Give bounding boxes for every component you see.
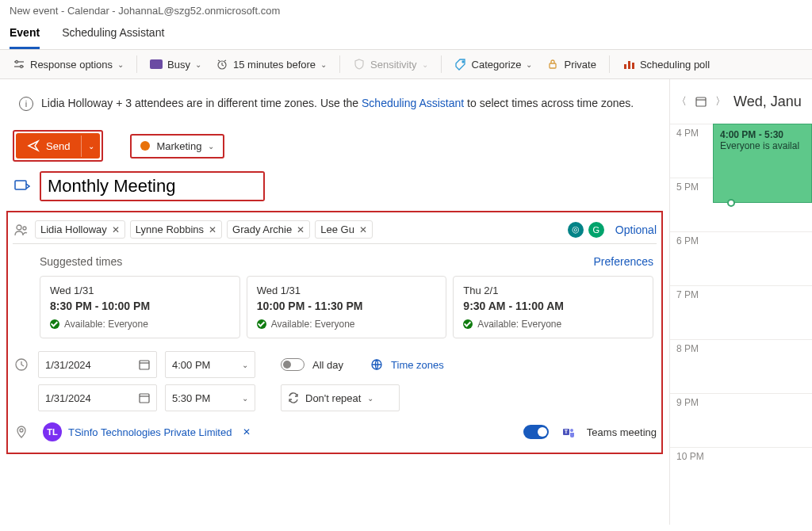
info-text: Lidia Holloway + 3 attendees are in diff… (41, 95, 634, 111)
scheduling-assistant-link[interactable]: Scheduling Assistant (362, 97, 464, 109)
categorize-button[interactable]: Categorize ⌄ (450, 55, 538, 74)
attendee-chip[interactable]: Lynne Robbins✕ (130, 220, 222, 239)
grammarly-g-icon[interactable]: G (588, 222, 604, 238)
show-as-label: Busy (167, 59, 190, 71)
card-date: Wed 1/31 (50, 285, 230, 296)
send-main[interactable]: Send (16, 133, 81, 159)
send-split-button[interactable]: ⌄ (81, 136, 100, 157)
spacer (13, 389, 30, 407)
card-time: 8:30 PM - 10:00 PM (50, 300, 230, 312)
attendee-chip[interactable]: Grady Archie✕ (227, 220, 310, 239)
card-date: Thu 2/1 (463, 285, 643, 296)
category-label: Marketing (156, 140, 201, 152)
calendar-category-picker[interactable]: Marketing ⌄ (132, 136, 222, 156)
send-button[interactable]: Send ⌄ (16, 133, 100, 159)
check-icon (463, 319, 473, 329)
chevron-down-icon: ⌄ (117, 60, 124, 69)
start-time-input[interactable]: 4:00 PM ⌄ (165, 351, 255, 378)
svg-rect-4 (150, 59, 163, 69)
recurrence-value: Don't repeat (305, 392, 361, 404)
grammarly-icon[interactable]: ◎ (568, 222, 584, 238)
event-title-input[interactable] (41, 173, 263, 200)
day-preview-panel: 〈 〉 Wed, Janu 4 PM 5 PM 6 PM 7 PM 8 PM 9… (669, 79, 812, 525)
prev-day-button[interactable]: 〈 (676, 94, 687, 109)
svg-rect-7 (550, 63, 556, 68)
reminder-button[interactable]: 15 minutes before ⌄ (211, 55, 331, 74)
teams-meeting-toggle[interactable] (523, 425, 549, 439)
tab-scheduling-assistant[interactable]: Scheduling Assistant (62, 21, 164, 49)
calendar-event-block[interactable]: 4:00 PM - 5:30 Everyone is availal (713, 124, 812, 203)
preferences-link[interactable]: Preferences (594, 255, 653, 268)
hour-grid[interactable]: 4 PM 5 PM 6 PM 7 PM 8 PM 9 PM 10 PM 4:00… (670, 124, 812, 501)
card-date: Wed 1/31 (257, 285, 437, 296)
scheduling-poll-label: Scheduling poll (640, 59, 710, 71)
remove-attendee-icon[interactable]: ✕ (359, 224, 367, 235)
resize-handle[interactable] (727, 199, 735, 207)
chevron-down-icon: ⌄ (195, 60, 201, 69)
remove-attendee-icon[interactable]: ✕ (112, 224, 120, 235)
hour-label: 9 PM (676, 397, 699, 408)
location-chip[interactable]: TL TSinfo Technologies Private Limited ✕ (38, 419, 255, 445)
end-time-input[interactable]: 5:30 PM ⌄ (165, 384, 255, 411)
next-day-button[interactable]: 〉 (715, 94, 726, 109)
start-date-input[interactable]: 1/31/2024 (38, 351, 157, 378)
hour-label: 5 PM (676, 181, 699, 193)
attendees-time-section: Lidia Holloway✕ Lynne Robbins✕ Grady Arc… (6, 211, 663, 454)
private-label: Private (564, 59, 596, 71)
svg-rect-9 (628, 61, 630, 69)
all-day-label: All day (312, 359, 343, 371)
hour-label: 10 PM (676, 451, 704, 462)
attendee-chip[interactable]: Lee Gu✕ (315, 220, 373, 239)
chevron-down-icon: ⌄ (526, 60, 532, 69)
attendee-name: Grady Archie (232, 223, 292, 235)
end-date-input[interactable]: 1/31/2024 (38, 384, 157, 411)
jump-to-date-icon[interactable] (695, 95, 707, 108)
sensitivity-button[interactable]: Sensitivity ⌄ (348, 55, 433, 74)
time-zones-link[interactable]: Time zones (391, 359, 444, 371)
recurrence-dropdown[interactable]: Don't repeat ⌄ (281, 384, 400, 411)
svg-point-12 (17, 225, 21, 230)
svg-rect-8 (624, 64, 626, 69)
calendar-icon (139, 359, 150, 370)
svg-point-6 (462, 61, 464, 63)
check-icon (257, 319, 266, 329)
suggested-time-card[interactable]: Wed 1/31 8:30 PM - 10:00 PM Available: E… (40, 276, 240, 338)
start-time-value: 4:00 PM (172, 359, 210, 371)
location-name: TSinfo Technologies Private Limited (68, 426, 232, 438)
card-avail: Available: Everyone (64, 319, 148, 330)
tab-event[interactable]: Event (10, 21, 40, 49)
remove-attendee-icon[interactable]: ✕ (297, 224, 304, 235)
attendee-chip[interactable]: Lidia Holloway✕ (35, 220, 125, 239)
event-avail-label: Everyone is availal (720, 140, 805, 151)
window-title: New event - Calendar - JohannaL@szg52.on… (0, 0, 812, 21)
busy-icon (150, 58, 163, 71)
remove-attendee-icon[interactable]: ✕ (209, 224, 216, 235)
category-color-icon (140, 141, 150, 151)
svg-rect-11 (15, 181, 26, 189)
tag-icon (454, 58, 467, 71)
hour-label: 8 PM (676, 343, 699, 354)
suggested-time-card[interactable]: Wed 1/31 10:00 PM - 11:30 PM Available: … (247, 276, 447, 338)
divider (339, 55, 340, 73)
send-label: Send (46, 140, 70, 152)
sensitivity-label: Sensitivity (370, 59, 417, 71)
response-options-button[interactable]: Response options ⌄ (8, 55, 128, 74)
day-label: Wed, Janu (733, 94, 802, 110)
optional-attendees-button[interactable]: Optional (615, 223, 657, 236)
svg-rect-10 (632, 63, 634, 69)
remove-location-icon[interactable]: ✕ (243, 426, 251, 437)
suggested-time-card[interactable]: Thu 2/1 9:30 AM - 11:00 AM Available: Ev… (453, 276, 653, 338)
divider (441, 55, 442, 73)
hour-label: 7 PM (676, 289, 699, 300)
scheduling-poll-button[interactable]: Scheduling poll (618, 55, 714, 74)
show-as-button[interactable]: Busy ⌄ (145, 55, 206, 74)
chevron-down-icon: ⌄ (242, 394, 248, 403)
location-icon (13, 423, 30, 441)
svg-point-2 (16, 61, 18, 63)
all-day-toggle[interactable] (281, 358, 304, 371)
event-time-label: 4:00 PM - 5:30 (720, 129, 805, 140)
private-button[interactable]: Private (542, 55, 600, 74)
teams-meeting-label: Teams meeting (587, 426, 657, 438)
response-options-label: Response options (30, 59, 113, 71)
people-icon (13, 221, 30, 239)
